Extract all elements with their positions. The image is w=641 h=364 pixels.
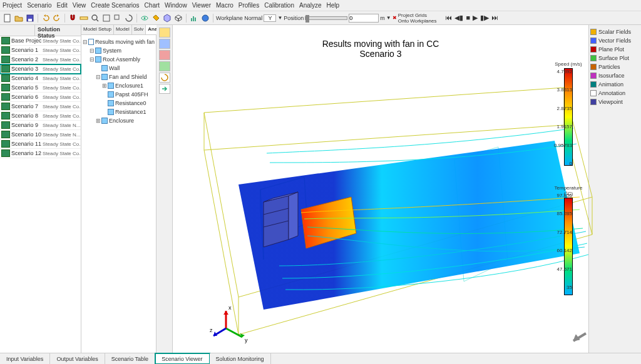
scenario-status: Steady State Co... [41, 57, 81, 63]
menu-analyze[interactable]: Analyze [299, 2, 322, 9]
scenario-row[interactable]: Base ProjectSteady State Co... [0, 36, 81, 46]
tp-arrow-icon[interactable] [159, 84, 170, 94]
tab-solution-monitoring[interactable]: Solution Monitoring [210, 353, 271, 364]
tree-tab-model-setup[interactable]: Model Setup [81, 25, 114, 34]
scenario-row[interactable]: Scenario 10Steady State N... [0, 130, 81, 139]
play-icon[interactable]: ▶ [473, 14, 478, 22]
tree-item[interactable]: Resistance0 [101, 99, 155, 108]
scenario-status: Steady State N... [41, 132, 81, 138]
rp-scalar-fields[interactable]: Scalar Fields [590, 28, 640, 36]
scenario-row[interactable]: Scenario 3Steady State Co... [0, 64, 81, 74]
scenario-name: Scenario 1 [11, 47, 41, 53]
cube-icon[interactable] [162, 13, 172, 23]
workplane-label: Workplane Normal [216, 15, 262, 21]
menu-macro[interactable]: Macro [216, 2, 233, 9]
tp-scalar-icon[interactable] [159, 28, 170, 38]
tab-output-variables[interactable]: Output Variables [50, 353, 105, 364]
scenario-row[interactable]: Scenario 6Steady State Co... [0, 93, 81, 102]
redo-icon[interactable] [52, 13, 62, 23]
eye-icon[interactable] [140, 13, 150, 23]
magnet-icon[interactable] [68, 13, 78, 23]
scenario-row[interactable]: Scenario 8Steady State Co... [0, 111, 81, 121]
ruler-icon[interactable] [79, 13, 89, 23]
globe-icon[interactable] [200, 13, 210, 23]
tab-input-variables[interactable]: Input Variables [0, 353, 50, 364]
3d-viewer[interactable]: Results moving with fan in CC Scenario 3 [173, 25, 588, 353]
bottom-tabs: Input Variables Output Variables Scenari… [0, 353, 641, 364]
rp-vector-fields[interactable]: Vector Fields [590, 36, 640, 45]
expand-icon[interactable]: ⊟ [95, 73, 101, 81]
svg-rect-6 [103, 15, 110, 21]
tree-root[interactable]: ⊟ Results moving with fan i... [83, 38, 155, 46]
bucket-icon[interactable] [151, 13, 161, 23]
tree-item[interactable]: ⊞Enclosure [95, 116, 155, 125]
menu-viewer[interactable]: Viewer [192, 2, 211, 9]
tree-item[interactable]: ⊞Enclosure1 [101, 81, 155, 90]
menu-edit[interactable]: Edit [57, 2, 68, 9]
menu-create-scenarios[interactable]: Create Scenarios [91, 2, 139, 9]
position-input[interactable] [349, 14, 379, 23]
menu-scenario[interactable]: Scenario [27, 2, 51, 9]
tab-scenario-viewer[interactable]: Scenario Viewer [155, 353, 209, 364]
tree-node-icon [108, 83, 114, 89]
chart-icon[interactable] [189, 13, 199, 23]
tree-item[interactable]: Resistance1 [101, 108, 155, 116]
menu-profiles[interactable]: Profiles [238, 2, 259, 9]
project-grids-label[interactable]: Project Grids Onto Workplanes [398, 13, 437, 24]
tp-plane-icon[interactable] [159, 50, 170, 60]
scenario-row[interactable]: Scenario 1Steady State Co... [0, 46, 81, 55]
menu-project[interactable]: Project [3, 2, 22, 9]
tp-rotate-icon[interactable] [159, 73, 170, 83]
menu-view[interactable]: View [73, 2, 86, 9]
goto-end-icon[interactable]: ⏭ [491, 14, 498, 22]
expand-icon[interactable]: ⊟ [89, 55, 95, 64]
analyze-toolstrip [156, 25, 173, 353]
undo-icon[interactable] [41, 13, 51, 23]
scenario-name: Base Project [11, 38, 41, 44]
tree-item[interactable]: Wall [95, 64, 155, 73]
scenario-row[interactable]: Scenario 9Steady State N... [0, 121, 81, 130]
workplane-axis[interactable]: Y [264, 14, 276, 22]
tree-item[interactable]: Papst 405FH [101, 90, 155, 99]
tree-tabs: Model Setup Model Solv Analyze [81, 25, 156, 35]
scenario-row[interactable]: Scenario 7Steady State Co... [0, 102, 81, 111]
step-back-icon[interactable]: ◀▮ [454, 14, 463, 22]
tree-item[interactable]: ⊟Fan and Shield [95, 73, 155, 81]
iso-view-icon[interactable] [173, 13, 183, 23]
stop-icon[interactable]: ■ [466, 14, 470, 22]
goto-start-icon[interactable]: ⏮ [445, 14, 452, 22]
tree-item[interactable]: ⊟Root Assembly [89, 55, 155, 64]
playback-controls: ⏮ ◀▮ ■ ▶ ▮▶ ⏭ [445, 14, 498, 22]
menu-chart[interactable]: Chart [145, 2, 160, 9]
step-fwd-icon[interactable]: ▮▶ [480, 14, 489, 22]
tp-vector-icon[interactable] [159, 39, 170, 49]
scenario-row[interactable]: Scenario 5Steady State Co... [0, 83, 81, 93]
zoom-fit-icon[interactable] [90, 13, 100, 23]
expand-icon[interactable]: ⊞ [95, 116, 101, 125]
save-icon[interactable] [25, 13, 35, 23]
scenario-row[interactable]: Scenario 12Steady State Co... [0, 149, 81, 158]
tp-surface-icon[interactable] [159, 61, 170, 71]
tree-tab-model[interactable]: Model [114, 25, 132, 34]
rp-plane-plot[interactable]: Plane Plot [590, 45, 640, 54]
scenario-row[interactable]: Scenario 11Steady State Co... [0, 139, 81, 149]
tree-tab-solv[interactable]: Solv [132, 25, 146, 34]
position-slider[interactable] [305, 16, 347, 20]
scenario-row[interactable]: Scenario 2Steady State Co... [0, 55, 81, 64]
new-icon[interactable] [3, 13, 13, 23]
zoom-full-icon[interactable] [101, 13, 111, 23]
zoom-box-icon[interactable] [113, 13, 123, 23]
tree-item[interactable]: ⊟System [89, 46, 155, 55]
scenario-icon [1, 37, 10, 44]
tab-scenario-table[interactable]: Scenario Table [105, 353, 155, 364]
menu-calibration[interactable]: Calibration [264, 2, 294, 9]
scenario-icon [1, 56, 10, 63]
rotate-icon[interactable] [124, 13, 134, 23]
scenario-icon [1, 74, 10, 82]
open-icon[interactable] [14, 13, 24, 23]
menu-window[interactable]: Window [165, 2, 187, 9]
expand-icon[interactable]: ⊞ [101, 81, 108, 90]
expand-icon[interactable]: ⊟ [89, 46, 95, 55]
menu-help[interactable]: Help [327, 2, 340, 9]
scenario-row[interactable]: Scenario 4Steady State Co... [0, 74, 81, 83]
